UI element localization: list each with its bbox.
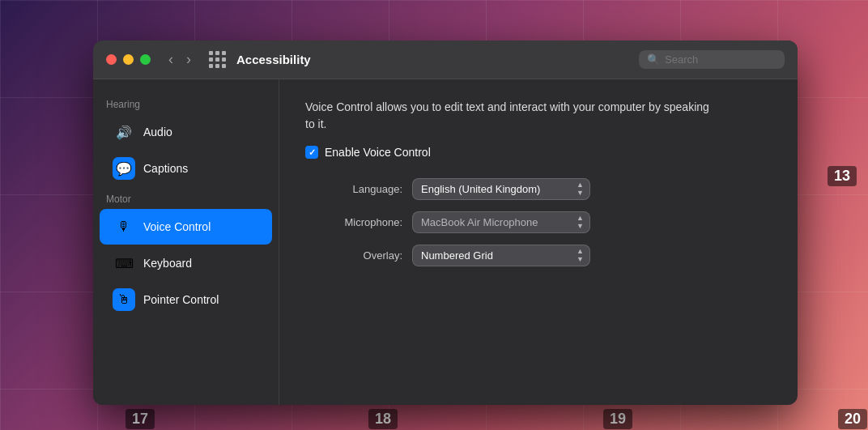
close-button[interactable] (106, 54, 117, 65)
form-row-microphone: Microphone:MacBook Air MicrophoneDefault… (305, 211, 772, 233)
sidebar-item-label-captions: Captions (143, 162, 188, 175)
form-label-overlay: Overlay: (305, 249, 402, 262)
minimize-button[interactable] (123, 54, 134, 65)
sidebar-item-pointer-control[interactable]: 🖱Pointer Control (100, 282, 272, 317)
back-button[interactable]: ‹ (164, 49, 178, 70)
sidebar-item-label-pointer-control: Pointer Control (143, 293, 219, 306)
search-input[interactable] (665, 53, 777, 66)
select-microphone[interactable]: MacBook Air MicrophoneDefault Microphone (412, 211, 590, 233)
traffic-lights (106, 54, 151, 65)
sidebar-item-voice-control[interactable]: 🎙Voice Control (100, 209, 272, 245)
form-row-overlay: Overlay:NoneItem NumbersNumbered GridGri… (305, 245, 772, 266)
select-overlay[interactable]: NoneItem NumbersNumbered GridGrid (412, 245, 590, 266)
app-grid-icon[interactable] (209, 51, 227, 69)
voice-control-icon: 🎙 (113, 215, 135, 238)
audio-icon: 🔊 (113, 121, 135, 143)
form-rows: Language:English (United Kingdom)English… (305, 178, 772, 266)
sidebar-item-label-keyboard: Keyboard (143, 257, 192, 270)
sidebar-item-label-audio: Audio (143, 126, 172, 138)
sidebar: Hearing🔊Audio💬CaptionsMotor🎙Voice Contro… (93, 79, 279, 405)
enable-voice-control-label: Enable Voice Control (325, 146, 431, 159)
sidebar-section-motor: Motor (93, 187, 279, 208)
select-container-microphone: MacBook Air MicrophoneDefault Microphone… (412, 211, 590, 233)
fullscreen-button[interactable] (140, 54, 151, 65)
select-container-language: English (United Kingdom)English (United … (412, 178, 590, 200)
select-container-overlay: NoneItem NumbersNumbered GridGrid▲▼ (412, 245, 590, 266)
sidebar-section-hearing: Hearing (93, 92, 279, 113)
sidebar-item-audio[interactable]: 🔊Audio (100, 114, 272, 150)
keyboard-icon: ⌨ (113, 252, 135, 275)
sidebar-item-label-voice-control: Voice Control (143, 220, 211, 233)
forward-button[interactable]: › (181, 49, 196, 70)
titlebar: ‹ › Accessibility 🔍 (93, 40, 798, 79)
form-label-microphone: Microphone: (305, 216, 402, 228)
accessibility-window: ‹ › Accessibility 🔍 Hearing🔊Audio💬Captio… (93, 40, 798, 405)
captions-icon: 💬 (113, 157, 135, 180)
form-row-language: Language:English (United Kingdom)English… (305, 178, 772, 200)
sidebar-item-captions[interactable]: 💬Captions (100, 151, 272, 186)
checkmark-icon: ✓ (308, 147, 316, 158)
description-text: Voice Control allows you to edit text an… (305, 99, 710, 133)
nav-buttons: ‹ › (164, 49, 196, 70)
enable-voice-control-checkbox[interactable]: ✓ (305, 146, 318, 159)
content-area: Hearing🔊Audio💬CaptionsMotor🎙Voice Contro… (93, 79, 798, 405)
main-panel: Voice Control allows you to edit text an… (279, 79, 798, 405)
search-icon: 🔍 (647, 53, 660, 66)
select-language[interactable]: English (United Kingdom)English (United … (412, 178, 590, 200)
sidebar-item-keyboard[interactable]: ⌨Keyboard (100, 245, 272, 281)
pointer-control-icon: 🖱 (113, 288, 135, 311)
search-box[interactable]: 🔍 (639, 50, 785, 69)
enable-voice-control-row: ✓ Enable Voice Control (305, 146, 772, 159)
window-title: Accessibility (236, 53, 629, 66)
form-label-language: Language: (305, 183, 402, 195)
